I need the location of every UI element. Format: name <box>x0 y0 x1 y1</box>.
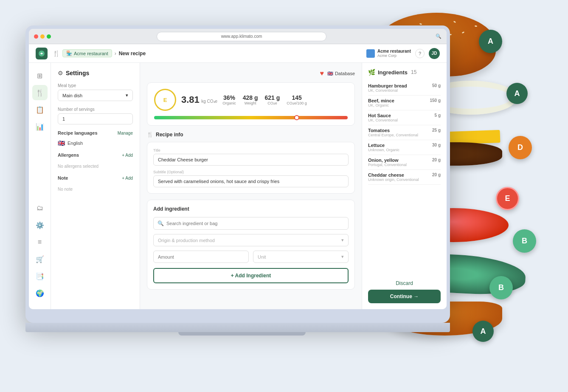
recipe-nav-icon: 🍴 <box>53 50 60 57</box>
logo <box>36 48 48 59</box>
traffic-lights <box>34 34 51 39</box>
top-nav: 🍴 🏪 Acme restaurant › New recipe Acme re… <box>29 44 447 63</box>
continue-button[interactable]: Continue → <box>368 290 441 303</box>
search-icon: 🔍 <box>157 220 164 226</box>
flag-uk-icon2: 🇬🇧 <box>327 71 333 76</box>
allergens-row: Allergens + Add <box>58 152 133 158</box>
traffic-light-yellow[interactable] <box>40 34 45 39</box>
unit-dropdown[interactable]: Unit ▾ <box>253 251 349 263</box>
origin-dropdown[interactable]: Origin & production method ▾ <box>153 234 349 246</box>
note-label: Note <box>58 175 68 180</box>
sidebar-item-recipes[interactable]: 🍴 <box>32 85 48 100</box>
flag-uk-icon: 🇬🇧 <box>58 140 65 147</box>
grade-circle-e: E <box>496 187 519 210</box>
sidebar-item-reports[interactable]: 📑 <box>32 268 48 284</box>
languages-manage-btn[interactable]: Manage <box>118 131 133 135</box>
score-stats: 36% Organic 428 g Weight 621 g <box>222 94 348 105</box>
sidebar-item-documents[interactable]: 📋 <box>32 102 48 117</box>
co2per100-value: 145 <box>292 94 301 101</box>
allergens-add-btn[interactable]: + Add <box>122 153 133 158</box>
nav-right: Acme restaurant Acme Corp ? JD <box>366 48 440 59</box>
avatar-button[interactable]: JD <box>429 48 440 59</box>
sidebar-item-analytics[interactable]: 📊 <box>32 119 48 134</box>
recipe-header: ♥ 🇬🇧 Database <box>147 70 355 77</box>
sidebar-item-filters[interactable]: ≡ <box>32 234 48 250</box>
traffic-light-red[interactable] <box>34 34 38 39</box>
discard-button[interactable]: Discard <box>368 280 441 286</box>
servings-group: Number of servings <box>58 107 133 124</box>
recipe-subtitle-input[interactable] <box>153 175 349 187</box>
ingredient-lettuce: Lettuce 30 g Unknown, Organic <box>368 140 441 155</box>
language-english: 🇬🇧 English <box>58 140 133 147</box>
meal-type-label: Meal type <box>58 83 133 88</box>
settings-title: Settings <box>66 70 89 76</box>
stat-organic: 36% Organic <box>222 94 236 105</box>
servings-input[interactable] <box>58 113 133 124</box>
recipe-form: Title Subtitle (Optional) <box>147 142 355 194</box>
grade-circle-d: D <box>509 136 532 159</box>
help-button[interactable]: ? <box>415 49 425 58</box>
ingredient-hot-sauce: Hot Sauce 5 g UK, Conventional <box>368 110 441 125</box>
breadcrumb-restaurant[interactable]: 🏪 Acme restaurant <box>62 49 112 57</box>
co2-value: 621 g <box>265 94 280 101</box>
ingredients-title: Ingredients <box>378 69 408 76</box>
address-bar[interactable]: www.app.klimato.com <box>157 32 326 41</box>
note-none-text: No note <box>58 187 73 192</box>
traffic-light-green[interactable] <box>47 34 51 39</box>
score-main: E 3.81 kg CO₂e 36% Organic <box>154 89 348 111</box>
browser-search-icon: 🔍 <box>436 34 441 39</box>
origin-chevron-icon: ▾ <box>341 237 344 243</box>
ingredient-beef-mince: Beef, mince 150 g UK, Organic <box>368 96 441 110</box>
meal-type-select[interactable]: Main dish ▾ <box>58 90 133 101</box>
grade-circle-a1: A <box>479 30 502 53</box>
breadcrumb-arrow: › <box>115 51 116 56</box>
ingredient-onion-yellow: Onion, yellow 20 g Portugal, Conventiona… <box>368 155 441 170</box>
add-ingredient-section: Add ingredient 🔍 Origin & production met… <box>147 200 355 290</box>
unit-chevron-icon: ▾ <box>341 254 344 259</box>
laptop-foot <box>178 332 306 336</box>
breadcrumb-restaurant-label: Acme restaurant <box>74 51 108 56</box>
sidebar-item-settings[interactable]: ⚙️ <box>32 217 48 233</box>
co2per100-label: CO₂e/100 g <box>287 101 307 105</box>
score-letter: E <box>163 97 167 103</box>
ingredient-cheddar: Cheddar cheese 20 g Unknown origin, Conv… <box>368 170 441 185</box>
restaurant-icon: 🏪 <box>66 51 72 56</box>
score-badge: E <box>154 89 176 111</box>
grade-circle-b1: B <box>513 229 536 253</box>
sidebar-item-shop[interactable]: 🛒 <box>32 251 48 267</box>
restaurant-corp: Acme Corp <box>377 54 411 58</box>
restaurant-info: Acme restaurant Acme Corp <box>366 49 411 58</box>
recipe-title-input[interactable] <box>153 154 349 166</box>
amount-row: Unit ▾ <box>153 251 349 263</box>
allergens-label: Allergens <box>58 152 79 158</box>
score-bar <box>154 116 348 119</box>
note-add-btn[interactable]: + Add <box>122 176 133 180</box>
title-label: Title <box>153 148 349 152</box>
sidebar-item-dashboard[interactable]: ⊞ <box>32 68 48 83</box>
database-badge: 🇬🇧 Database <box>327 71 355 76</box>
ingredient-search-input[interactable] <box>153 217 349 230</box>
database-label: Database <box>335 71 355 76</box>
ingredient-name: Hamburger bread 50 g <box>368 83 441 88</box>
languages-label: Recipe languages <box>58 130 98 135</box>
favorite-icon[interactable]: ♥ <box>320 70 324 77</box>
chevron-down-icon: ▾ <box>126 93 128 98</box>
sidebar-item-tables[interactable]: 🗂 <box>32 200 48 216</box>
score-bar-indicator <box>294 115 299 120</box>
add-ingredient-button[interactable]: + Add Ingredient <box>153 268 349 283</box>
ingredients-header: 🌿 Ingredients 15 <box>368 69 441 76</box>
recipe-info-icon: 🍴 <box>147 132 153 138</box>
weight-value: 428 g <box>243 94 258 101</box>
ingredient-tomatoes: Tomatoes 25 g Central Europe, Convention… <box>368 125 441 140</box>
restaurant-logo <box>366 49 375 58</box>
recipe-info-section-title: 🍴 Recipe info <box>147 132 355 138</box>
sidebar: ⊞ 🍴 📋 📊 🗂 ⚙️ ≡ 🛒 📑 🌍 <box>29 63 51 309</box>
score-card: E 3.81 kg CO₂e 36% Organic <box>147 82 355 126</box>
amount-input[interactable] <box>153 251 249 263</box>
sidebar-item-global[interactable]: 🌍 <box>32 285 48 301</box>
sidebar-bottom: 🗂 ⚙️ ≡ 🛒 📑 🌍 <box>32 200 48 304</box>
stat-co2per100: 145 CO₂e/100 g <box>287 94 307 105</box>
score-unit: kg CO₂e <box>201 99 217 104</box>
ingredient-list: Hamburger bread 50 g UK, Conventional Be… <box>368 81 441 276</box>
allergens-none-text: No allergens selected <box>58 164 98 169</box>
